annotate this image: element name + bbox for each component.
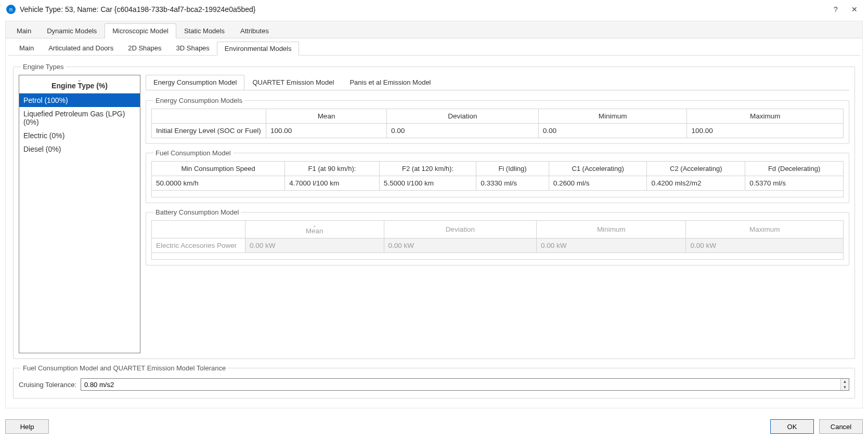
row-electric-accessories: Electric Accesories Power bbox=[152, 238, 245, 253]
fuel-consumption-legend: Fuel Consumption Model bbox=[153, 149, 233, 157]
col-c2: C2 (Accelerating) bbox=[647, 162, 745, 176]
model-tab-panis[interactable]: Panis et al Emission Model bbox=[342, 75, 438, 90]
primary-tabs: Main Dynamic Models Microscopic Model St… bbox=[6, 21, 862, 38]
col-fd: Fd (Decelerating) bbox=[745, 162, 844, 176]
cruising-tolerance-field[interactable]: ▲ ▼ bbox=[81, 378, 849, 391]
dialog-body: Main Dynamic Models Microscopic Model St… bbox=[5, 21, 863, 408]
col-mean: ⌄Mean bbox=[245, 221, 384, 238]
engine-type-list[interactable]: ⌄ Engine Type (%) Petrol (100%) Liquefie… bbox=[19, 75, 140, 353]
window-title: Vehicle Type: 53, Name: Car {c604a198-73… bbox=[20, 5, 824, 14]
tab-microscopic-model[interactable]: Microscopic Model bbox=[105, 23, 176, 38]
col-fi: Fi (Idling) bbox=[476, 162, 549, 176]
engine-type-header: ⌄ Engine Type (%) bbox=[19, 75, 140, 94]
subtab-environmental-models[interactable]: Environmental Models bbox=[217, 42, 300, 56]
engine-types-legend: Engine Types bbox=[21, 63, 66, 71]
secondary-tabs: Main Articulated and Doors 2D Shapes 3D … bbox=[8, 38, 860, 56]
cell-c2[interactable]: 0.4200 mls2/m2 bbox=[647, 176, 745, 191]
col-deviation: Deviation bbox=[384, 221, 537, 238]
col-maximum: Maximum bbox=[687, 109, 844, 124]
cell-mean[interactable]: 100.00 bbox=[266, 124, 387, 138]
engine-item-lpg[interactable]: Liquefied Petroleum Gas (LPG) (0%) bbox=[19, 107, 140, 129]
subtab-articulated[interactable]: Articulated and Doors bbox=[41, 42, 121, 55]
cell-fd[interactable]: 0.5370 ml/s bbox=[745, 176, 844, 191]
col-min-speed: Min Consumption Speed bbox=[152, 162, 285, 176]
cell-maximum: 0.00 kW bbox=[686, 238, 844, 253]
fuel-table[interactable]: Min Consumption Speed F1 (at 90 km/h): F… bbox=[151, 161, 844, 197]
help-button[interactable]: Help bbox=[5, 419, 49, 434]
table-row: 50.0000 km/h 4.7000 l/100 km 5.5000 l/10… bbox=[152, 176, 844, 191]
engine-item-diesel[interactable]: Diesel (0%) bbox=[19, 142, 140, 156]
engine-item-electric[interactable]: Electric (0%) bbox=[19, 129, 140, 142]
help-icon[interactable]: ? bbox=[828, 5, 843, 14]
subtab-2d-shapes[interactable]: 2D Shapes bbox=[121, 42, 169, 55]
tolerance-legend: Fuel Consumption Model and QUARTET Emiss… bbox=[21, 364, 228, 372]
tab-dynamic-models[interactable]: Dynamic Models bbox=[39, 23, 105, 38]
dialog-button-bar: Help OK Cancel bbox=[5, 419, 863, 434]
subtab-3d-shapes[interactable]: 3D Shapes bbox=[169, 42, 217, 55]
cell-fi[interactable]: 0.3330 ml/s bbox=[476, 176, 549, 191]
col-f2: F2 (at 120 km/h): bbox=[379, 162, 476, 176]
app-icon: n bbox=[6, 5, 16, 14]
cell-min-speed[interactable]: 50.0000 km/h bbox=[152, 176, 285, 191]
battery-consumption-group: Battery Consumption Model ⌄Mean Deviatio… bbox=[146, 208, 849, 265]
title-bar: n Vehicle Type: 53, Name: Car {c604a198-… bbox=[0, 0, 868, 19]
cell-maximum[interactable]: 100.00 bbox=[687, 124, 844, 138]
tab-main[interactable]: Main bbox=[9, 23, 39, 38]
tolerance-group: Fuel Consumption Model and QUARTET Emiss… bbox=[13, 364, 855, 398]
cell-c1[interactable]: 0.2600 ml/s bbox=[549, 176, 647, 191]
col-minimum: Minimum bbox=[538, 109, 687, 124]
col-deviation: Deviation bbox=[387, 109, 539, 124]
cell-deviation[interactable]: 0.00 bbox=[387, 124, 539, 138]
cell-mean: 0.00 kW bbox=[245, 238, 384, 253]
col-mean: Mean bbox=[266, 109, 387, 124]
spinner-up-icon[interactable]: ▲ bbox=[841, 379, 849, 384]
energy-table[interactable]: Mean Deviation Minimum Maximum Initial E… bbox=[151, 109, 844, 138]
cell-minimum[interactable]: 0.00 bbox=[538, 124, 687, 138]
col-f1: F1 (at 90 km/h): bbox=[285, 162, 380, 176]
model-tab-quartet[interactable]: QUARTET Emission Model bbox=[244, 75, 342, 90]
row-initial-energy: Initial Energy Level (SOC or Fuel) bbox=[152, 124, 266, 138]
battery-table: ⌄Mean Deviation Minimum Maximum Electric… bbox=[151, 220, 844, 260]
col-c1: C1 (Accelerating) bbox=[549, 162, 647, 176]
cruising-tolerance-label: Cruising Tolerance: bbox=[19, 381, 76, 389]
battery-consumption-legend: Battery Consumption Model bbox=[153, 208, 241, 216]
tab-attributes[interactable]: Attributes bbox=[232, 23, 277, 38]
cell-minimum: 0.00 kW bbox=[537, 238, 686, 253]
energy-consumption-group: Energy Consumption Models Mean Deviation… bbox=[146, 97, 849, 144]
table-row: Electric Accesories Power 0.00 kW 0.00 k… bbox=[152, 238, 844, 253]
spinner-down-icon[interactable]: ▼ bbox=[841, 384, 849, 390]
ok-button[interactable]: OK bbox=[770, 419, 814, 434]
close-icon[interactable]: ✕ bbox=[847, 5, 862, 14]
subtab-main[interactable]: Main bbox=[12, 42, 41, 55]
col-maximum: Maximum bbox=[686, 221, 844, 238]
engine-item-petrol[interactable]: Petrol (100%) bbox=[19, 94, 140, 107]
table-row: Initial Energy Level (SOC or Fuel) 100.0… bbox=[152, 124, 844, 138]
cancel-button[interactable]: Cancel bbox=[819, 419, 863, 434]
cruising-tolerance-input[interactable] bbox=[81, 379, 840, 390]
cell-f1[interactable]: 4.7000 l/100 km bbox=[285, 176, 380, 191]
model-tabs: Energy Consumption Model QUARTET Emissio… bbox=[146, 75, 849, 90]
energy-consumption-legend: Energy Consumption Models bbox=[153, 97, 244, 104]
fuel-consumption-group: Fuel Consumption Model Min Consumption S… bbox=[146, 149, 849, 203]
tab-static-models[interactable]: Static Models bbox=[176, 23, 232, 38]
cell-f2[interactable]: 5.5000 l/100 km bbox=[379, 176, 476, 191]
engine-types-group: Engine Types ⌄ Engine Type (%) Petrol (1… bbox=[13, 63, 855, 359]
col-minimum: Minimum bbox=[537, 221, 686, 238]
model-tab-energy[interactable]: Energy Consumption Model bbox=[146, 75, 244, 90]
cell-deviation: 0.00 kW bbox=[384, 238, 537, 253]
